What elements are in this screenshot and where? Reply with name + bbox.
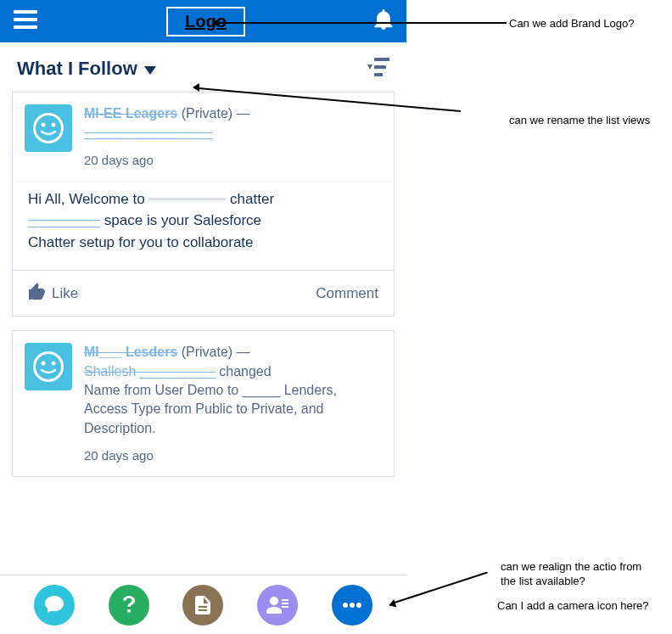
chat-fab[interactable] — [34, 585, 75, 626]
post-timestamp: 20 days ago — [84, 151, 382, 169]
svg-point-8 — [42, 123, 46, 127]
svg-point-13 — [52, 362, 56, 366]
feed-header: What I Follow — [0, 42, 406, 92]
annotation-text: Can I add a camera icon here? — [497, 599, 649, 614]
feed-view-title: What I Follow — [17, 58, 137, 80]
svg-point-18 — [343, 603, 348, 608]
annotation-arrow — [395, 572, 488, 603]
hamburger-menu-icon[interactable] — [14, 10, 37, 32]
post-author-link[interactable]: MI-EE Leagers — [84, 106, 177, 121]
chevron-down-icon — [144, 58, 156, 80]
help-fab[interactable] — [109, 585, 149, 626]
annotation-arrowhead — [193, 83, 199, 92]
post-privacy-label: (Private) — — [182, 345, 250, 359]
svg-point-12 — [42, 362, 46, 366]
svg-rect-1 — [14, 18, 37, 21]
add-user-fab[interactable] — [257, 585, 298, 626]
post-author-link[interactable]: MI___ Lesders — [84, 345, 177, 359]
feed-view-selector[interactable]: What I Follow — [17, 58, 156, 80]
svg-point-20 — [356, 603, 361, 608]
svg-point-7 — [36, 115, 61, 141]
logo-placeholder[interactable]: Logo — [166, 7, 245, 36]
svg-rect-4 — [374, 65, 386, 69]
post-body: Hi All, Welcome to ML E___ser chatter __… — [13, 182, 394, 271]
document-fab[interactable] — [182, 585, 223, 626]
post-meta: MI___ Lesders (Private) — Shallesh _____… — [84, 343, 382, 464]
notifications-bell-icon[interactable] — [374, 9, 393, 33]
svg-rect-2 — [14, 25, 37, 29]
post-body-text: Name from User Demo to _____ Lenders, Ac… — [84, 381, 382, 438]
comment-label: Comment — [316, 285, 378, 302]
post-privacy-label: (Private) — — [182, 106, 250, 121]
top-bar: Logo — [0, 0, 406, 42]
comment-button[interactable]: Comment — [316, 283, 378, 304]
body-link[interactable]: _________ — [28, 212, 100, 228]
post-timestamp: 20 days ago — [84, 446, 382, 464]
svg-point-19 — [350, 603, 355, 608]
post-meta: MI-EE Leagers (Private) — ______________… — [84, 104, 382, 169]
svg-point-9 — [52, 123, 56, 127]
annotation-arrow — [218, 22, 507, 24]
svg-rect-0 — [14, 10, 37, 14]
annotation-text: can we rename the list views — [509, 114, 650, 128]
like-label: Like — [52, 285, 78, 302]
more-fab[interactable] — [332, 585, 372, 626]
sort-icon[interactable] — [367, 58, 389, 80]
annotation-text: Can we add Brand Logo? — [509, 17, 634, 31]
annotation-arrowhead — [212, 19, 219, 27]
post-subline-text: changed — [219, 364, 271, 379]
post-actions: Like Comment — [13, 270, 394, 316]
like-button[interactable]: Like — [28, 283, 78, 304]
feed-post: MI-EE Leagers (Private) — ______________… — [12, 92, 395, 317]
post-subline: _________________ — [84, 125, 212, 139]
svg-rect-17 — [282, 606, 288, 608]
svg-point-11 — [36, 354, 61, 379]
avatar[interactable] — [25, 104, 72, 152]
post-subline-link[interactable]: Shallesh __________ — [84, 364, 216, 379]
thumbs-up-icon — [28, 283, 45, 304]
svg-rect-16 — [282, 603, 288, 604]
svg-rect-3 — [374, 58, 389, 61]
svg-rect-5 — [374, 73, 383, 76]
post-header: MI-EE Leagers (Private) — ______________… — [13, 93, 394, 182]
avatar[interactable] — [25, 343, 72, 390]
annotation-text: can we realign the actio from the list a… — [501, 560, 653, 589]
bottom-action-bar — [0, 575, 406, 634]
svg-rect-15 — [282, 599, 288, 601]
feed-post: MI___ Lesders (Private) — Shallesh _____… — [12, 330, 395, 477]
post-header: MI___ Lesders (Private) — Shallesh _____… — [13, 331, 394, 476]
svg-point-14 — [270, 597, 278, 605]
